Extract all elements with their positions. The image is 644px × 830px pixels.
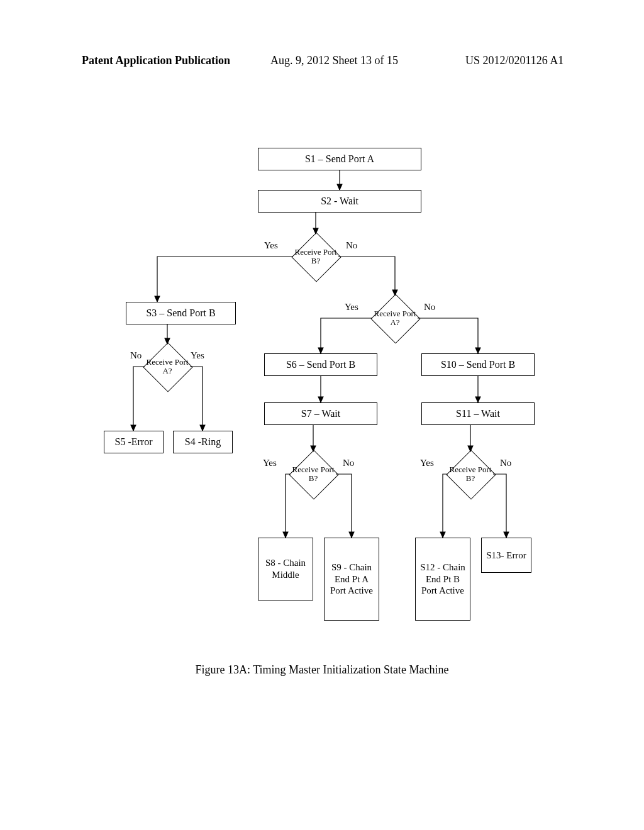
decision-receive-port-b-2: Receive Port B? [289, 450, 337, 498]
state-s9: S9 - Chain End Pt A Port Active [324, 538, 379, 621]
decision-receive-port-a-2: Receive Port A? [143, 343, 191, 390]
label-yes: Yes [191, 350, 204, 361]
state-s4: S4 -Ring [173, 431, 233, 453]
state-s6: S6 – Send Port B [264, 353, 377, 376]
page-header: Patent Application Publication Aug. 9, 2… [0, 54, 644, 69]
label-yes: Yes [420, 458, 434, 468]
label-yes: Yes [264, 240, 278, 251]
header-right: US 2012/0201126 A1 [465, 54, 564, 67]
decision-text: Receive Port B? [447, 450, 494, 498]
label-no: No [500, 458, 511, 468]
figure-caption: Figure 13A: Timing Master Initialization… [0, 663, 644, 677]
state-s13: S13- Error [481, 538, 531, 573]
decision-text: Receive Port B? [289, 450, 337, 498]
decision-text: Receive Port B? [292, 233, 340, 280]
decision-receive-port-b: Receive Port B? [292, 233, 340, 280]
label-no: No [343, 458, 354, 468]
label-no: No [346, 240, 357, 251]
label-yes: Yes [345, 302, 358, 313]
state-s1: S1 – Send Port A [258, 148, 421, 170]
state-s12: S12 - Chain End Pt B Port Active [415, 538, 470, 621]
decision-text: Receive Port A? [371, 294, 419, 342]
header-left: Patent Application Publication [82, 54, 230, 67]
decision-text: Receive Port A? [143, 343, 191, 390]
label-yes: Yes [263, 458, 277, 468]
decision-receive-port-a: Receive Port A? [371, 294, 419, 342]
state-s8: S8 - Chain Middle [258, 538, 313, 600]
patent-page: Patent Application Publication Aug. 9, 2… [0, 0, 644, 830]
state-s5: S5 -Error [104, 431, 164, 453]
state-s10: S10 – Send Port B [421, 353, 535, 376]
state-s2: S2 - Wait [258, 190, 421, 213]
label-no: No [130, 350, 142, 361]
label-no: No [424, 302, 435, 313]
state-s7: S7 – Wait [264, 402, 377, 425]
decision-receive-port-b-3: Receive Port B? [447, 450, 494, 498]
state-s3: S3 – Send Port B [126, 302, 236, 324]
header-mid: Aug. 9, 2012 Sheet 13 of 15 [270, 54, 398, 67]
state-s11: S11 – Wait [421, 402, 535, 425]
